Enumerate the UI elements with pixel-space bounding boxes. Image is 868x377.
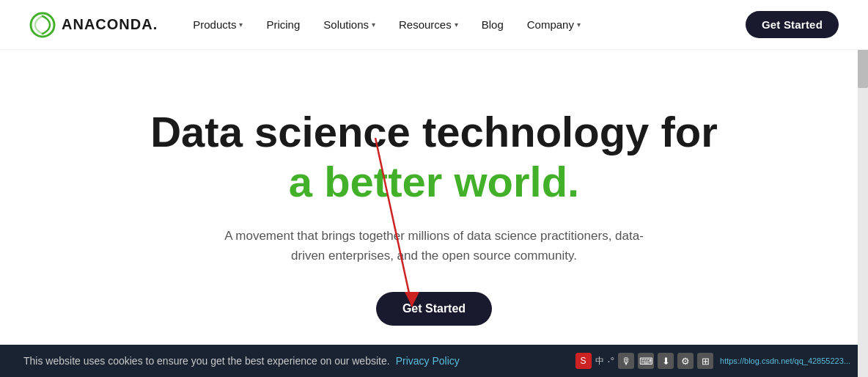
nav-item-company[interactable]: Company ▾ [515, 12, 592, 37]
cookie-text: This website uses cookies to ensure you … [23, 355, 390, 367]
nav-get-started-button[interactable]: Get Started [746, 11, 839, 38]
grid-icon[interactable]: ⊞ [697, 353, 713, 369]
nav-item-products[interactable]: Products ▾ [181, 12, 254, 37]
privacy-policy-link[interactable]: Privacy Policy [396, 355, 460, 367]
system-tray: S 中 ·° 🎙 ⌨ ⬇ ⚙ ⊞ https://blog.csdn.net/q… [568, 345, 858, 370]
scrollbar[interactable] [858, 0, 868, 370]
hero-section: Data science technology for a better wor… [0, 50, 868, 370]
hero-title-line1: Data science technology for [150, 109, 718, 155]
download-icon[interactable]: ⬇ [658, 353, 674, 369]
url-display: https://blog.csdn.net/qq_42855223... [720, 356, 850, 365]
nav-item-solutions[interactable]: Solutions ▾ [312, 12, 387, 37]
mic-icon[interactable]: 🎙 [618, 353, 634, 369]
cookie-banner: This website uses cookies to ensure you … [0, 345, 858, 370]
chevron-down-icon: ▾ [239, 21, 243, 29]
settings-icon[interactable]: ⚙ [677, 353, 694, 369]
nav-links: Products ▾ Pricing Solutions ▾ Resources… [181, 12, 746, 37]
nav-item-pricing[interactable]: Pricing [254, 12, 312, 37]
chevron-down-icon: ▾ [372, 21, 375, 29]
navbar: ANACONDA. Products ▾ Pricing Solutions ▾… [0, 0, 868, 50]
nav-cta-area: Get Started [746, 11, 839, 38]
zh-label: 中 [595, 355, 604, 367]
nav-item-blog[interactable]: Blog [470, 12, 515, 37]
chevron-down-icon: ▾ [577, 21, 581, 29]
s-icon: S [575, 353, 592, 369]
hero-get-started-button[interactable]: Get Started [376, 292, 492, 326]
hero-subtitle: A movement that brings together millions… [221, 226, 647, 266]
logo-text: ANACONDA. [62, 16, 158, 33]
anaconda-logo-icon [29, 12, 56, 38]
chevron-down-icon: ▾ [455, 21, 458, 29]
dot-icon: ·° [608, 355, 615, 367]
nav-item-resources[interactable]: Resources ▾ [387, 12, 470, 37]
keyboard-icon[interactable]: ⌨ [638, 353, 654, 369]
logo[interactable]: ANACONDA. [29, 12, 158, 38]
hero-title-line2: a better world. [289, 158, 579, 205]
